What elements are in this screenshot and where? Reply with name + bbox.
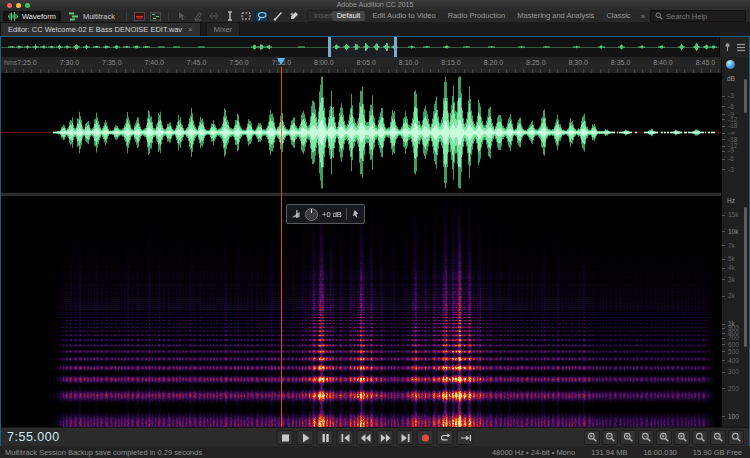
time-selection-tool-button[interactable] — [223, 11, 236, 22]
skip-to-start-button[interactable] — [337, 430, 354, 445]
scale-tick — [722, 169, 725, 170]
playhead-line[interactable] — [281, 67, 282, 427]
gain-knob[interactable] — [305, 208, 318, 221]
move-tool-button[interactable] — [175, 11, 188, 22]
toolbar-right-group: DefaultEdit Audio to VideoRadio Producti… — [332, 11, 746, 21]
spectral-pitch-display-toggle[interactable] — [149, 11, 162, 22]
overview-view-range-handle[interactable] — [328, 37, 397, 57]
pause-button[interactable] — [317, 430, 334, 445]
scale-label: 10k — [728, 228, 738, 235]
transport-controls — [277, 430, 474, 445]
playhead-marker[interactable] — [277, 58, 285, 65]
timeline-ruler[interactable]: hms 7:25.07:30.07:35.07:40.07:45.07:50.0… — [1, 57, 749, 74]
zoom-in-in-point-button[interactable] — [656, 430, 672, 445]
move-tool-icon — [177, 11, 187, 21]
scale-tick — [722, 296, 725, 297]
scale-tick — [722, 119, 725, 120]
scale-tick — [722, 360, 725, 361]
panel-tab-row: Editor: CC Welcome-02 E Bass DENOISE EDI… — [0, 22, 750, 36]
workspace-default[interactable]: Default — [332, 11, 366, 21]
file-overview-strip[interactable] — [1, 37, 749, 58]
hud-separator — [346, 208, 347, 220]
skip-selection-button[interactable] — [457, 430, 474, 445]
scale-tick — [722, 344, 725, 345]
zoom-in-out-point-button[interactable] — [674, 430, 690, 445]
workspace-mastering-and-analysis[interactable]: Mastering and Analysis — [512, 11, 599, 21]
zoom-in-time-button[interactable] — [620, 430, 636, 445]
scale-label: 3k — [728, 276, 735, 283]
zoom-to-selection-button[interactable] — [692, 430, 708, 445]
rewind-button[interactable] — [357, 430, 374, 445]
close-tab-icon[interactable]: × — [188, 25, 193, 34]
spectral-zoom-scrollbar[interactable] — [744, 207, 747, 347]
current-time-display[interactable]: 7:55.000 — [7, 430, 60, 444]
spot-healing-brush-tool-button[interactable] — [287, 11, 300, 22]
fast-forward-icon — [379, 432, 391, 444]
time-ruler-label: 7:45.0 — [177, 59, 217, 66]
scale-label: 15k — [728, 211, 738, 218]
search-help-field[interactable]: Search Help — [650, 10, 746, 22]
multitrack-view-label: Multitrack — [83, 12, 115, 21]
spectrogram-canvas[interactable] — [1, 196, 722, 427]
loop-playback-button[interactable] — [437, 430, 454, 445]
lasso-selection-tool-button[interactable] — [255, 11, 268, 22]
search-placeholder: Search Help — [666, 12, 707, 21]
waveform-zoom-scrollbar[interactable] — [744, 79, 747, 113]
scale-label: 4k — [728, 264, 735, 271]
stop-button[interactable] — [277, 430, 294, 445]
paintbrush-selection-tool-button[interactable] — [271, 11, 284, 22]
scale-tick — [722, 106, 725, 107]
time-ruler-label: 8:15.0 — [431, 59, 471, 66]
scale-tick — [722, 139, 725, 140]
workspace-edit-audio-to-video[interactable]: Edit Audio to Video — [367, 11, 440, 21]
workspace-classic[interactable]: Classic — [601, 11, 635, 21]
scale-tick — [722, 133, 725, 134]
pin-icon[interactable] — [723, 42, 732, 52]
play-button[interactable] — [297, 430, 314, 445]
skip-to-end-button[interactable] — [397, 430, 414, 445]
editor-control-bar: 7:55.000 — [1, 427, 749, 446]
pause-icon — [319, 432, 331, 444]
waveform-display[interactable] — [1, 73, 749, 192]
tab-editor[interactable]: Editor: CC Welcome-02 E Bass DENOISE EDI… — [0, 22, 201, 36]
time-ruler-label: 7:25.0 — [7, 59, 47, 66]
hud-pin-icon[interactable] — [351, 209, 360, 219]
tab-mixer[interactable]: Mixer — [206, 22, 240, 36]
waveform-view-button[interactable]: Waveform — [3, 11, 61, 21]
search-icon — [655, 12, 663, 20]
timeline-options-icon[interactable] — [726, 60, 735, 69]
scale-tick — [722, 126, 725, 127]
scale-label: -3 — [728, 166, 734, 173]
scale-label: -6 — [728, 155, 734, 162]
zoom-out-full-button[interactable] — [710, 430, 726, 445]
zoom-out-time-button[interactable] — [638, 430, 654, 445]
scale-tick — [722, 259, 725, 260]
magnifier-icon — [641, 432, 652, 443]
panel-menu-icon[interactable] — [736, 43, 746, 52]
magnifier-icon — [587, 432, 598, 443]
time-ruler-label: 8:35.0 — [601, 59, 641, 66]
time-ruler-label: 8:30.0 — [558, 59, 598, 66]
razor-tool-button[interactable] — [191, 11, 204, 22]
record-button[interactable] — [417, 430, 434, 445]
slip-tool-button[interactable] — [207, 11, 220, 22]
workspace-switcher: DefaultEdit Audio to VideoRadio Producti… — [332, 11, 636, 21]
spectral-frequency-display-toggle[interactable] — [133, 11, 146, 22]
spectral-frequency-display[interactable]: +0 dB — [1, 196, 749, 427]
zoom-in-amplitude-button[interactable] — [584, 430, 600, 445]
waveform-canvas[interactable] — [1, 73, 722, 192]
time-ruler-label: 7:40.0 — [134, 59, 174, 66]
workspace-radio-production[interactable]: Radio Production — [443, 11, 511, 21]
workspace-overflow-icon[interactable]: » — [641, 12, 645, 21]
volume-hud[interactable]: +0 dB — [286, 204, 365, 224]
zoom-out-amplitude-button[interactable] — [602, 430, 618, 445]
time-ruler-label: 7:35.0 — [92, 59, 132, 66]
spectral-frequency-icon — [134, 12, 145, 21]
marquee-selection-tool-button[interactable] — [239, 11, 252, 22]
multitrack-view-button[interactable]: Multitrack — [64, 11, 120, 21]
scale-tick — [722, 324, 725, 325]
fast-forward-button[interactable] — [377, 430, 394, 445]
zoom-reset-button[interactable] — [728, 430, 744, 445]
audition-app-window: Adobe Audition CC 2015 Waveform Multitra… — [0, 0, 750, 458]
scale-label: 200 — [728, 385, 739, 392]
